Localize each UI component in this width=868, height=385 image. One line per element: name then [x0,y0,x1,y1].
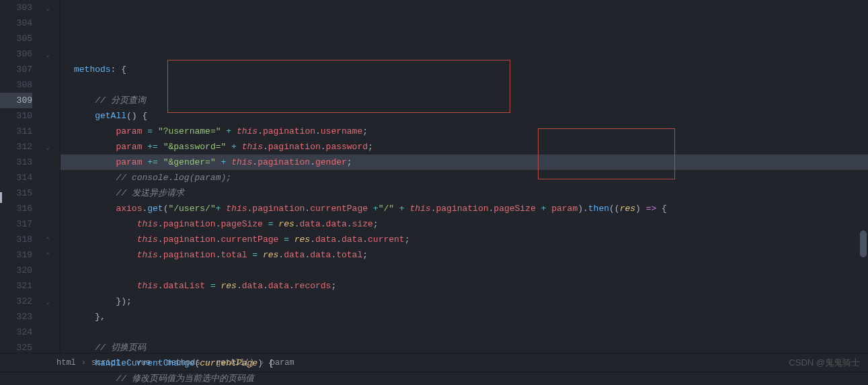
line-number: 319 [0,247,32,263]
code-line[interactable] [61,77,868,93]
fold-open-icon[interactable]: ⌄ [46,298,50,306]
code-line[interactable]: handleCurrentChange(currentPage) { [61,355,868,371]
left-edge-marker [0,192,2,203]
line-number: 311 [0,124,32,139]
code-line[interactable]: // 分页查询 [61,93,868,108]
code-line[interactable]: param += "&password=" + this.pagination.… [61,139,868,155]
line-number: 312 [0,139,32,155]
fold-open-icon[interactable]: ⌄ [46,50,50,58]
code-line[interactable]: // 切换页码 [61,340,868,355]
line-number: 313 [0,155,32,170]
line-number: 320 [0,263,32,278]
fold-open-icon[interactable]: ⌄ [46,143,50,151]
code-line[interactable]: this.pagination.currentPage = res.data.d… [61,232,868,247]
line-number: 323 [0,309,32,325]
watermark: CSDN @鬼鬼骑士 [789,357,860,369]
code-line[interactable] [61,263,868,278]
code-line[interactable]: this.pagination.total = res.data.data.to… [61,247,868,263]
line-number: 317 [0,216,32,232]
line-number: 322 [0,294,32,309]
fold-close-icon[interactable]: ⌃ [46,251,50,259]
line-number: 308 [0,77,32,93]
code-line[interactable]: // 发送异步请求 [61,185,868,201]
line-number: 321 [0,278,32,294]
code-area[interactable]: methods: { // 分页查询 getAll() { param = "?… [61,0,868,353]
line-number: 303 [0,0,32,15]
code-line[interactable]: this.pagination.pageSize = res.data.data… [61,216,868,232]
code-line[interactable]: param += "&gender=" + this.pagination.ge… [61,155,868,170]
fold-open-icon[interactable]: ⌄ [46,4,50,12]
code-line[interactable]: param = "?username=" + this.pagination.u… [61,124,868,139]
line-number: 307 [0,62,32,77]
line-number: 305 [0,31,32,46]
fold-close-icon[interactable]: ⌃ [46,236,50,244]
vertical-scrollbar[interactable] [860,230,867,257]
code-line[interactable]: }); [61,294,868,309]
line-number: 315 [0,185,32,201]
line-number: 325 [0,340,32,355]
line-number: 304 [0,15,32,31]
line-number: 309 [0,93,32,108]
code-line[interactable]: getAll() { [61,108,868,124]
code-line[interactable]: this.dataList = res.data.data.records; [61,278,868,294]
line-number: 310 [0,108,32,124]
fold-column[interactable]: ⌄⌄⌄⌃⌃⌄ [40,0,61,353]
code-line[interactable]: // 修改页码值为当前选中的页码值 [61,371,868,385]
code-line[interactable]: }, [61,309,868,325]
line-number: 324 [0,325,32,340]
code-line[interactable]: // console.log(param); [61,170,868,185]
code-line[interactable] [61,325,868,340]
code-line[interactable]: axios.get("/users/"+ this.pagination.cur… [61,201,868,216]
code-line[interactable]: methods: { [61,62,868,77]
line-number: 316 [0,201,32,216]
line-number: 314 [0,170,32,185]
line-number: 318 [0,232,32,247]
line-number: 306 [0,46,32,62]
code-editor[interactable]: 3033043053063073083093103113123133143153… [0,0,868,353]
line-number-gutter: 3033043053063073083093103113123133143153… [0,0,40,353]
